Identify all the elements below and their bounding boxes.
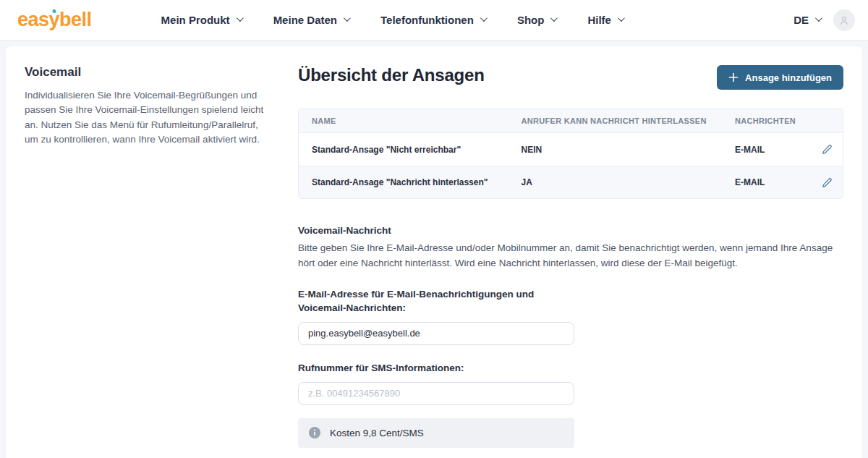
- sms-cost-note: Kosten 9,8 Cent/SMS: [298, 418, 574, 448]
- edit-announcement-button[interactable]: [820, 142, 835, 157]
- nav-label: Shop: [517, 14, 545, 26]
- chevron-down-icon: [550, 14, 558, 22]
- table-row: Standard-Ansage "Nachricht hinterlassen"…: [299, 166, 843, 198]
- table-header-row: NAME ANRUFER KANN NACHRICHT HINTERLASSEN…: [299, 109, 843, 133]
- nav-label: Mein Produkt: [161, 14, 230, 26]
- sidebar-title: Voicemail: [25, 65, 269, 80]
- chevron-down-icon: [480, 14, 488, 22]
- main-nav: Mein Produkt Meine Daten Telefonfunktion…: [161, 14, 623, 26]
- sms-field-label: Rufnummer für SMS-Informationen:: [298, 361, 580, 376]
- announcement-name: Standard-Ansage "Nachricht hinterlassen": [299, 177, 509, 187]
- cost-note-text: Kosten 9,8 Cent/SMS: [330, 428, 424, 438]
- voicemail-settings-card: Voicemail Individualisieren Sie Ihre Voi…: [6, 46, 862, 458]
- easybell-logo[interactable]: easybell: [17, 9, 92, 31]
- column-header-notifications: NACHRICHTEN: [722, 116, 811, 125]
- nav-label: Hilfe: [587, 14, 611, 26]
- add-announcement-label: Ansage hinzufügen: [745, 72, 832, 83]
- topbar-right: DE: [793, 9, 855, 31]
- main-header: Übersicht der Ansagen Ansage hinzufügen: [298, 65, 843, 90]
- pencil-icon: [822, 177, 833, 188]
- nav-item-meine-daten[interactable]: Meine Daten: [273, 14, 349, 26]
- sidebar-description: Voicemail Individualisieren Sie Ihre Voi…: [25, 65, 298, 448]
- column-header-name: NAME: [299, 116, 509, 125]
- logo-text: eas: [17, 9, 49, 31]
- info-icon: [309, 427, 320, 438]
- nav-label: Meine Daten: [273, 14, 337, 26]
- announcement-name: Standard-Ansage "Nicht erreichbar": [299, 145, 509, 155]
- main-content: Übersicht der Ansagen Ansage hinzufügen …: [298, 65, 843, 448]
- user-avatar[interactable]: [833, 9, 855, 31]
- logo-text-end: bell: [59, 9, 92, 31]
- table-row: Standard-Ansage "Nicht erreichbar" NEIN …: [299, 133, 843, 166]
- caller-can-leave-message-value: JA: [509, 177, 723, 187]
- chevron-down-icon: [815, 14, 822, 22]
- caller-can-leave-message-value: NEIN: [509, 145, 723, 155]
- chevron-down-icon: [237, 14, 244, 22]
- email-field[interactable]: [298, 322, 574, 345]
- page-title: Übersicht der Ansagen: [298, 65, 485, 85]
- language-selector[interactable]: DE: [793, 14, 820, 26]
- add-announcement-button[interactable]: Ansage hinzufügen: [717, 65, 843, 90]
- person-icon: [838, 14, 850, 26]
- column-header-caller-can-leave-message: ANRUFER KANN NACHRICHT HINTERLASSEN: [509, 116, 723, 125]
- nav-item-shop[interactable]: Shop: [517, 14, 556, 26]
- nav-label: Telefonfunktionen: [380, 14, 474, 26]
- sidebar-text: Individualisieren Sie Ihre Voicemail-Beg…: [25, 88, 269, 147]
- chevron-down-icon: [618, 14, 625, 22]
- voicemail-message-section: Voicemail-Nachricht Bitte geben Sie Ihre…: [298, 225, 843, 448]
- section-description: Bitte geben Sie Ihre E-Mail-Adresse und/…: [298, 241, 843, 271]
- announcements-table: NAME ANRUFER KANN NACHRICHT HINTERLASSEN…: [298, 109, 843, 199]
- sms-number-field[interactable]: [298, 382, 574, 405]
- plus-icon: [728, 72, 739, 82]
- email-field-label: E-Mail-Adresse für E-Mail-Benachrichtigu…: [298, 287, 580, 315]
- chevron-down-icon: [344, 14, 351, 22]
- language-label: DE: [793, 14, 809, 26]
- top-navigation-bar: easybell Mein Produkt Meine Daten Telefo…: [0, 0, 868, 41]
- nav-item-telefonfunktionen[interactable]: Telefonfunktionen: [380, 14, 485, 26]
- pencil-icon: [822, 144, 833, 155]
- logo-dot: [52, 9, 56, 13]
- notifications-value: E-MAIL: [722, 145, 811, 155]
- notifications-value: E-MAIL: [722, 177, 811, 187]
- edit-announcement-button[interactable]: [820, 175, 835, 190]
- nav-item-hilfe[interactable]: Hilfe: [587, 14, 623, 26]
- nav-item-mein-produkt[interactable]: Mein Produkt: [161, 14, 242, 26]
- section-title: Voicemail-Nachricht: [298, 225, 843, 236]
